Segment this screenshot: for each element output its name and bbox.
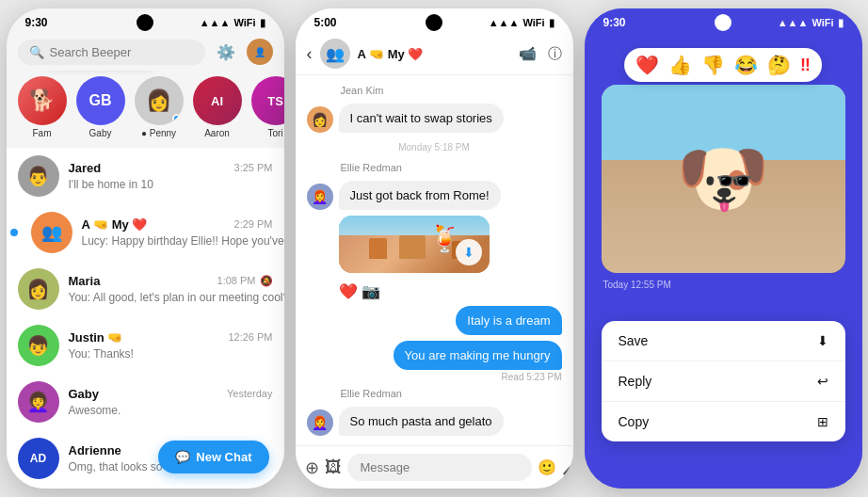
chat-item-maria[interactable]: 👩 Maria 1:08 PM 🔕 You: All good, let's p…: [7, 261, 284, 317]
time-3: 9:30: [603, 16, 626, 29]
chat-content-maria: Maria 1:08 PM 🔕 You: All good, let's pla…: [69, 274, 273, 305]
reply-icon: ↩: [817, 374, 828, 389]
msg-right-wrap-2: You are making me hungry Read 5:23 PM: [307, 341, 562, 382]
story-item-penny[interactable]: 👩 ● Penny: [135, 76, 184, 138]
search-bar[interactable]: 🔍: [18, 40, 205, 65]
context-copy[interactable]: Copy ⊞: [602, 402, 845, 441]
adrienne-initials: AD: [30, 452, 46, 465]
story-item-tori[interactable]: TS Tori: [251, 76, 284, 138]
search-input[interactable]: [50, 45, 194, 59]
chat-preview-justin: You: Thanks!: [69, 347, 134, 361]
search-icon: 🔍: [29, 45, 44, 59]
date-label: Monday 5:18 PM: [307, 142, 562, 152]
msg-ellie-pasta: 👩‍🦰 So much pasta and gelato: [307, 407, 562, 436]
copy-label: Copy: [619, 414, 650, 429]
story-name-gaby: Gaby: [89, 128, 112, 138]
story-item-gaby[interactable]: Welcome to blue bubbles! GB Gaby: [76, 76, 125, 138]
battery-icon: ▮: [260, 17, 265, 29]
chat-content-justin: Justin 🤜 12:26 PM You: Thanks!: [69, 330, 273, 361]
chat-preview-jared: I'll be home in 10: [69, 178, 153, 191]
user-avatar[interactable]: 👤: [247, 39, 273, 65]
settings-button[interactable]: ⚙️: [213, 39, 239, 65]
status-bar-2: 5:00 ▲▲▲ WiFi ▮: [296, 8, 573, 33]
chat-name-gaby2: Gaby: [69, 387, 100, 401]
story-row: 🐕 Fam Welcome to blue bubbles! GB Gaby 👩…: [7, 71, 284, 148]
phone-2: 5:00 ▲▲▲ WiFi ▮ ‹ 👥 A 🤜 My ❤️ 📹 ⓘ Jean K…: [296, 8, 573, 489]
reaction-think[interactable]: 🤔: [767, 54, 791, 76]
signal-icon-2: ▲▲▲: [489, 17, 520, 28]
avatar-a-my: 👥: [31, 212, 72, 253]
bubble-jean: I can't wait to swap stories: [339, 104, 504, 133]
wifi-icon-3: WiFi: [812, 17, 833, 28]
mic-button[interactable]: 🎤: [562, 458, 573, 476]
save-icon: ⬇: [817, 333, 828, 348]
video-icon[interactable]: 📹: [519, 45, 537, 62]
chat-item-a-my[interactable]: 👥 A 🤜 My ❤️ 2:29 PM Lucy: Happy birthday…: [7, 204, 284, 261]
story-name-penny: ● Penny: [141, 128, 176, 138]
sticker-icon[interactable]: 🖼: [325, 457, 342, 477]
online-indicator: [172, 114, 182, 123]
reply-label: Reply: [619, 374, 652, 389]
timestamp-label: Today 12:55 PM: [603, 280, 671, 290]
phone-3: 9:30 ▲▲▲ WiFi ▮ ❤️ 👍 👎 😂 🤔 ‼️ 🐶 🕶️ Today…: [585, 8, 862, 489]
reaction-thumbs-down[interactable]: 👎: [701, 54, 725, 76]
chat-item-gaby2[interactable]: 👩‍🦱 Gaby Yesterday Awesome.: [7, 374, 284, 430]
dog-image-container: 🐶 🕶️: [602, 85, 845, 273]
download-icon[interactable]: ⬇: [456, 239, 482, 265]
status-icons-2: ▲▲▲ WiFi ▮: [489, 17, 555, 29]
reaction-heart[interactable]: ❤️: [635, 54, 659, 76]
reaction-laugh[interactable]: 😂: [734, 54, 758, 76]
chat-name-a-my: A 🤜 My ❤️: [82, 217, 148, 232]
chat-preview-gaby2: Awesome.: [69, 404, 121, 417]
back-button[interactable]: ‹: [307, 44, 313, 64]
chat-name-maria: Maria: [69, 274, 101, 288]
emoji-button[interactable]: 🙂: [538, 458, 556, 476]
chat-item-jared[interactable]: 👨 Jared 3:25 PM I'll be home in 10: [7, 148, 284, 204]
sender-jean: Jean Kim: [341, 85, 562, 96]
avatar-justin: 👦: [18, 325, 59, 366]
tori-initials: TS: [267, 94, 283, 108]
story-item-fam[interactable]: 🐕 Fam: [18, 76, 67, 138]
heart-reaction: ❤️: [339, 282, 358, 300]
chat-list: 👨 Jared 3:25 PM I'll be home in 10 👥 A 🤜…: [7, 148, 284, 489]
new-chat-button[interactable]: 💬 New Chat: [158, 441, 268, 473]
chat-preview-maria: You: All good, let's plan in our meeting…: [69, 291, 284, 304]
chat-time-jared: 3:25 PM: [234, 162, 273, 173]
emoji-strip: ❤️ 👍 👎 😂 🤔 ‼️: [624, 48, 822, 82]
chat-content-a-my: A 🤜 My ❤️ 2:29 PM Lucy: Happy birthday E…: [82, 217, 273, 248]
chat-time-justin: 12:26 PM: [228, 331, 272, 343]
aaron-initials: AI: [211, 94, 223, 108]
read-receipt: Read 5:23 PM: [502, 372, 562, 382]
signal-icon: ▲▲▲: [200, 17, 231, 28]
plus-icon[interactable]: ⊕: [305, 457, 319, 478]
time-1: 9:30: [25, 16, 48, 29]
info-icon[interactable]: ⓘ: [548, 45, 562, 63]
bubble-italy: Italy is a dream: [456, 306, 561, 335]
sender-ellie: Ellie Redman: [341, 162, 562, 173]
story-name-fam: Fam: [33, 128, 52, 138]
signal-icon-3: ▲▲▲: [778, 17, 809, 28]
avatar-maria: 👩: [18, 268, 59, 310]
reaction-thumbs-up[interactable]: 👍: [668, 54, 692, 76]
context-menu: Save ⬇ Reply ↩ Copy ⊞: [602, 321, 845, 441]
chat-preview-a-my: Lucy: Happy birthday Ellie!! Hope you've…: [82, 234, 284, 248]
context-reply[interactable]: Reply ↩: [602, 361, 845, 402]
search-row: 🔍 ⚙️ 👤: [7, 33, 284, 71]
header-icons: 📹 ⓘ: [519, 45, 562, 63]
story-item-aaron[interactable]: AI Aaron: [193, 76, 242, 138]
image-message: 🍹 ⬇: [339, 216, 490, 273]
chat-item-justin[interactable]: 👦 Justin 🤜 12:26 PM You: Thanks!: [7, 317, 284, 374]
phone-1: 9:30 ▲▲▲ WiFi ▮ 🔍 ⚙️ 👤 🐕 Fam Welcome to …: [7, 8, 284, 489]
avatar-jared: 👨: [18, 155, 59, 197]
avatar-ellie-2: 👩‍🦰: [307, 409, 333, 436]
battery-icon-2: ▮: [549, 17, 555, 29]
chat-content-jared: Jared 3:25 PM I'll be home in 10: [69, 161, 273, 192]
context-save[interactable]: Save ⬇: [602, 321, 845, 361]
group-avatar: 👥: [320, 39, 350, 69]
reaction-exclaim[interactable]: ‼️: [800, 56, 811, 75]
status-bar-1: 9:30 ▲▲▲ WiFi ▮: [7, 8, 284, 33]
new-chat-icon: 💬: [175, 450, 190, 464]
chat-name-adrienne: Adrienne: [69, 443, 121, 457]
time-2: 5:00: [314, 16, 337, 29]
message-input[interactable]: [347, 454, 532, 481]
